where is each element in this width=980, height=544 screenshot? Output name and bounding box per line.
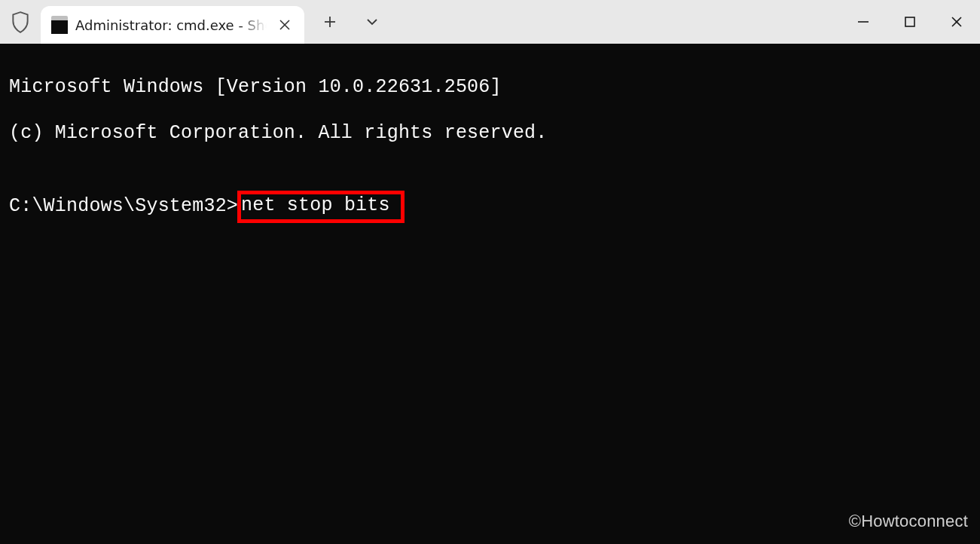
prompt-text: C:\Windows\System32> bbox=[9, 195, 238, 219]
maximize-button[interactable] bbox=[887, 7, 933, 37]
window-controls bbox=[840, 0, 980, 44]
prompt-row: C:\Windows\System32>net stop bits bbox=[9, 191, 980, 223]
watermark-text: ©Howtoconnect bbox=[849, 512, 968, 532]
tab-dropdown-button[interactable] bbox=[360, 10, 384, 34]
shield-icon bbox=[0, 0, 41, 44]
terminal-line: Microsoft Windows [Version 10.0.22631.25… bbox=[9, 76, 980, 99]
tab-title: Administrator: cmd.exe - Shor bbox=[75, 17, 267, 33]
active-tab[interactable]: Administrator: cmd.exe - Shor bbox=[41, 6, 304, 44]
terminal-output[interactable]: Microsoft Windows [Version 10.0.22631.25… bbox=[0, 44, 980, 544]
terminal-line: (c) Microsoft Corporation. All rights re… bbox=[9, 122, 980, 145]
close-tab-button[interactable] bbox=[274, 14, 295, 35]
minimize-button[interactable] bbox=[840, 7, 887, 37]
titlebar: Administrator: cmd.exe - Shor bbox=[0, 0, 980, 44]
close-window-button[interactable] bbox=[933, 7, 980, 37]
cmd-icon bbox=[51, 16, 68, 34]
new-tab-button[interactable] bbox=[318, 10, 342, 34]
tab-actions bbox=[304, 0, 384, 44]
svg-rect-5 bbox=[905, 17, 914, 26]
command-text: net stop bits bbox=[237, 191, 405, 223]
